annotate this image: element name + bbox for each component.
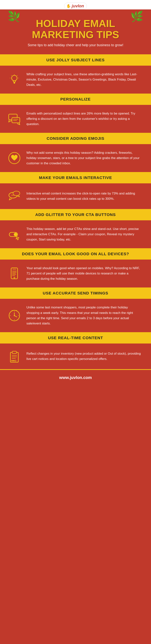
section-title-realtime: USE REAL-TIME CONTENT xyxy=(48,336,103,340)
section-header-emojis: CONSIDER ADDING EMOJIS xyxy=(0,133,151,144)
svg-rect-9 xyxy=(12,118,20,123)
section-header-cta: ADD GLITTER TO YOUR CTA BUTTONS xyxy=(0,209,151,220)
header-subtitle: Some tips to add holiday cheer and help … xyxy=(8,43,144,48)
logo-area: ✋ juvlon xyxy=(0,0,151,10)
section-text-jolly: While crafting your subject lines, use t… xyxy=(26,72,142,88)
icon-heart xyxy=(8,151,21,165)
icon-lightbulb xyxy=(8,73,21,86)
footer: www.juvlon.com xyxy=(0,369,151,386)
section-text-emojis: Why not add some emojis this holiday sea… xyxy=(26,150,142,166)
section-content-devices: Your email should look good when opened … xyxy=(0,260,151,288)
section-content-emojis: Why not add some emojis this holiday sea… xyxy=(0,144,151,172)
section-title-personalize: PERSONALIZE xyxy=(60,97,90,101)
svg-point-35 xyxy=(14,315,15,316)
section-header-jolly: USE JOLLY SUBJECT LINES xyxy=(0,54,151,66)
section-content-realtime: Reflect changes in your inventory (new p… xyxy=(0,344,151,369)
svg-rect-43 xyxy=(12,360,13,361)
svg-point-22 xyxy=(14,277,15,278)
header-section: 🌿 🌿 HOLIDAY EMAIL MARKETING TIPS Some ti… xyxy=(0,10,151,54)
svg-point-0 xyxy=(12,75,17,81)
icon-clock xyxy=(8,309,21,322)
logo-icon: ✋ xyxy=(66,4,71,8)
section-header-devices: DOES YOUR EMAIL LOOK GOOD ON ALL DEVICES… xyxy=(0,248,151,260)
section-header-timings: USE ACCURATE SEND TIMINGS xyxy=(0,288,151,299)
footer-url: www.juvlon.com xyxy=(59,375,92,380)
svg-line-5 xyxy=(11,75,12,76)
section-title-devices: DOES YOUR EMAIL LOOK GOOD ON ALL DEVICES… xyxy=(22,252,129,256)
section-header-interactive: MAKE YOUR EMAILS INTERACTIVE xyxy=(0,172,151,183)
icon-chat-bubbles xyxy=(8,190,21,203)
icon-mobile xyxy=(8,267,21,280)
section-title-timings: USE ACCURATE SEND TIMINGS xyxy=(43,291,108,295)
section-header-personalize: PERSONALIZE xyxy=(0,94,151,105)
svg-point-17 xyxy=(14,195,14,196)
section-text-interactive: Interactive email content increases the … xyxy=(26,191,142,202)
section-text-cta: This holiday season, add let your CTAs s… xyxy=(26,226,142,242)
logo-text: juvlon xyxy=(72,4,84,8)
svg-point-16 xyxy=(13,195,14,196)
icon-clipboard xyxy=(8,350,21,363)
svg-rect-39 xyxy=(12,351,16,354)
svg-rect-45 xyxy=(15,360,16,361)
main-title: HOLIDAY EMAIL MARKETING TIPS xyxy=(8,18,144,40)
icon-cursor xyxy=(8,228,21,241)
icon-chat xyxy=(8,112,21,126)
section-title-cta: ADD GLITTER TO YOUR CTA BUTTONS xyxy=(35,212,116,217)
section-content-interactive: Interactive email content increases the … xyxy=(0,183,151,209)
section-title-jolly: USE JOLLY SUBJECT LINES xyxy=(46,58,105,62)
svg-point-15 xyxy=(12,195,12,196)
section-header-realtime: USE REAL-TIME CONTENT xyxy=(0,332,151,344)
section-content-timings: Unlike some last moment shoppers, most p… xyxy=(0,299,151,332)
section-text-realtime: Reflect changes in your inventory (new p… xyxy=(26,351,142,362)
section-content-personalize: Emails with personalized subject lines a… xyxy=(0,105,151,133)
section-text-timings: Unlike some last moment shoppers, most p… xyxy=(26,305,142,326)
section-title-emojis: CONSIDER ADDING EMOJIS xyxy=(46,136,104,140)
section-content-jolly: While crafting your subject lines, use t… xyxy=(0,66,151,94)
section-text-personalize: Emails with personalized subject lines a… xyxy=(26,111,142,127)
section-text-devices: Your email should look good when opened … xyxy=(26,266,142,282)
section-content-cta: This holiday season, add let your CTAs s… xyxy=(0,220,151,248)
svg-line-4 xyxy=(17,75,17,76)
section-title-interactive: MAKE YOUR EMAILS INTERACTIVE xyxy=(39,176,112,180)
svg-rect-44 xyxy=(13,360,14,361)
svg-point-19 xyxy=(14,233,17,236)
